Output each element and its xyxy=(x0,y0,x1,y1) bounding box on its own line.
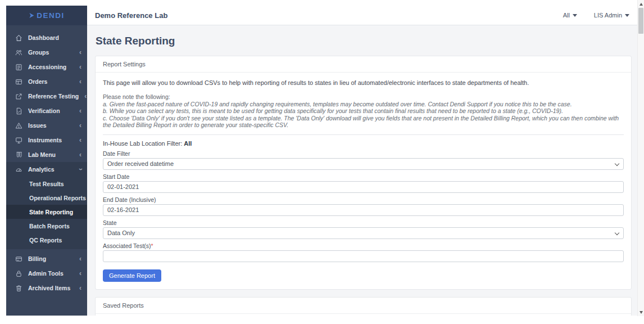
test-tubes-icon xyxy=(15,151,22,159)
monitor-icon xyxy=(15,136,22,144)
generate-report-button[interactable]: Generate Report xyxy=(103,269,161,282)
org-filter-label: All xyxy=(563,12,570,19)
sidebar-item-orders[interactable]: Orders ‹ xyxy=(6,74,87,89)
orders-icon xyxy=(15,78,22,86)
user-menu-label: LIS Admin xyxy=(594,12,622,19)
document-check-icon xyxy=(15,107,22,115)
chevron-left-icon: ‹ xyxy=(79,255,81,262)
saved-reports-panel-title: Saved Reports xyxy=(96,298,631,314)
sidebar-subitem-qc-reports[interactable]: QC Reports xyxy=(6,233,87,247)
scroll-down-icon xyxy=(640,311,643,314)
page-title: State Reporting xyxy=(96,35,632,47)
chevron-left-icon: ‹ xyxy=(84,93,87,100)
sidebar-item-billing[interactable]: Billing ‹ xyxy=(6,251,87,266)
chevron-left-icon: ‹ xyxy=(79,107,81,114)
associated-tests-label: Associated Test(s)* xyxy=(103,242,624,249)
divider xyxy=(103,134,624,135)
state-label: State xyxy=(103,219,624,226)
scroll-up-icon xyxy=(640,3,643,6)
sidebar-item-reference-testing[interactable]: Reference Testing ‹ xyxy=(6,89,87,104)
sidebar-item-label: Orders xyxy=(28,78,47,85)
chevron-left-icon: ‹ xyxy=(79,49,81,56)
note-b: b. While you can select any tests, this … xyxy=(103,107,624,114)
caret-down-icon xyxy=(573,14,577,17)
chevron-left-icon: ‹ xyxy=(79,137,81,143)
topbar: Demo Reference Lab All LIS Admin xyxy=(87,6,637,25)
chevron-left-icon: ‹ xyxy=(79,151,81,158)
caret-down-icon xyxy=(625,14,629,17)
report-settings-panel-title: Report Settings xyxy=(96,56,631,73)
sidebar-item-admin-tools[interactable]: Admin Tools ‹ xyxy=(6,266,87,281)
lab-name: Demo Reference Lab xyxy=(95,11,167,20)
sidebar-item-label: Billing xyxy=(28,255,46,262)
location-filter-value: All xyxy=(184,140,192,147)
chevron-down-icon: ‹ xyxy=(77,168,84,170)
sidebar-item-label: Analytics xyxy=(28,166,55,173)
sidebar-nav: Dashboard Groups ‹ Accessioning ‹ xyxy=(6,25,87,316)
note-a: a. Given the fast-paced nature of COVID-… xyxy=(103,101,624,107)
brand-name: DENDI xyxy=(37,11,65,20)
end-date-label: End Date (Inclusive) xyxy=(103,196,624,203)
chevron-left-icon: ‹ xyxy=(79,285,81,291)
billing-icon xyxy=(15,255,22,263)
user-menu-dropdown[interactable]: LIS Admin xyxy=(594,12,629,19)
sidebar-item-dashboard[interactable]: Dashboard xyxy=(6,30,87,45)
sidebar-item-label: Accessioning xyxy=(28,64,66,70)
note-heading: Please note the following: xyxy=(103,93,624,100)
location-filter-label: In-House Lab Location Filter: xyxy=(103,140,182,147)
accessioning-icon xyxy=(15,63,22,71)
sidebar-subitem-label: Operational Reports xyxy=(29,195,86,201)
sidebar-item-label: Instruments xyxy=(28,137,62,143)
required-marker: * xyxy=(151,242,153,249)
sidebar-subitem-label: State Reporting xyxy=(29,209,73,215)
report-settings-panel: Report Settings This page will allow you… xyxy=(95,56,632,290)
sidebar-item-verification[interactable]: Verification ‹ xyxy=(6,104,87,118)
org-filter-dropdown[interactable]: All xyxy=(563,12,577,19)
app-window: DENDI Dashboard Groups ‹ xyxy=(6,6,637,316)
sidebar-item-instruments[interactable]: Instruments ‹ xyxy=(6,133,87,147)
scrollbar[interactable] xyxy=(637,0,644,316)
external-link-icon xyxy=(15,92,22,100)
content: State Reporting Report Settings This pag… xyxy=(87,25,637,316)
associated-tests-input[interactable] xyxy=(103,250,624,262)
date-filter-label: Date Filter xyxy=(103,150,624,157)
sidebar-item-analytics[interactable]: Analytics ‹ xyxy=(6,162,87,177)
sidebar-item-groups[interactable]: Groups ‹ xyxy=(6,45,87,60)
note-c: c. Choose 'Data Only' if you don't see y… xyxy=(103,115,624,129)
sidebar-item-label: Reference Testing xyxy=(28,93,79,100)
users-icon xyxy=(15,48,22,56)
sidebar-subitem-label: Test Results xyxy=(29,181,64,187)
chevron-left-icon: ‹ xyxy=(79,270,81,277)
start-date-input[interactable] xyxy=(103,181,624,193)
sidebar-subitem-label: Batch Reports xyxy=(29,223,70,230)
warning-icon xyxy=(15,122,22,129)
sidebar-item-label: Dashboard xyxy=(28,34,59,41)
sidebar-subitem-batch-reports[interactable]: Batch Reports xyxy=(6,219,87,233)
gauge-icon xyxy=(15,165,22,173)
state-select[interactable]: Data Only xyxy=(103,227,624,239)
end-date-input[interactable] xyxy=(103,204,624,216)
page: DENDI Dashboard Groups ‹ xyxy=(0,0,644,324)
sidebar-item-lab-menu[interactable]: Lab Menu ‹ xyxy=(6,147,87,162)
sidebar-item-accessioning[interactable]: Accessioning ‹ xyxy=(6,60,87,74)
sidebar: DENDI Dashboard Groups ‹ xyxy=(6,6,87,316)
sidebar-item-issues[interactable]: Issues ‹ xyxy=(6,118,87,133)
chevron-left-icon: ‹ xyxy=(79,122,81,129)
trash-icon xyxy=(15,284,22,292)
sidebar-item-label: Verification xyxy=(28,107,60,114)
intro-text: This page will allow you to download CSV… xyxy=(103,79,624,86)
location-filter-line: In-House Lab Location Filter:All xyxy=(103,140,624,147)
sidebar-item-label: Lab Menu xyxy=(28,151,56,158)
scroll-up-button[interactable] xyxy=(638,1,644,7)
sidebar-subitem-test-results[interactable]: Test Results xyxy=(6,177,87,191)
scroll-down-button[interactable] xyxy=(638,309,644,316)
date-filter-select[interactable]: Order received datetime xyxy=(103,158,624,170)
sidebar-item-archived-items[interactable]: Archived Items ‹ xyxy=(6,281,87,295)
brand-logo[interactable]: DENDI xyxy=(6,6,87,25)
sidebar-subitem-operational-reports[interactable]: Operational Reports xyxy=(6,191,87,205)
start-date-label: Start Date xyxy=(103,173,624,180)
scrollbar-thumb[interactable] xyxy=(638,8,643,34)
saved-reports-panel: Saved Reports Created Date Location xyxy=(95,297,632,316)
sidebar-item-label: Archived Items xyxy=(28,285,70,291)
sidebar-subitem-state-reporting[interactable]: State Reporting xyxy=(6,205,87,219)
